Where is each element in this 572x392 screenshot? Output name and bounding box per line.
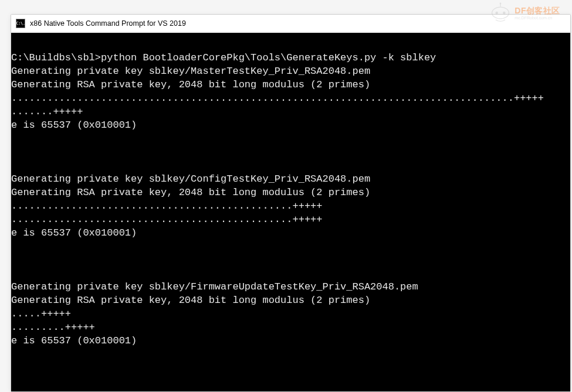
cmd-icon: C:\.	[16, 19, 25, 28]
cmd-icon-text: C:\.	[16, 21, 25, 26]
window-title: x86 Native Tools Command Prompt for VS 2…	[30, 19, 186, 28]
titlebar[interactable]: C:\. x86 Native Tools Command Prompt for…	[11, 15, 570, 32]
svg-point-1	[500, 2, 502, 4]
cmd-window: C:\. x86 Native Tools Command Prompt for…	[11, 14, 571, 392]
console-area[interactable]: C:\Buildbs\sbl>python BootloaderCorePkg\…	[11, 33, 570, 391]
watermark-main: DF创客社区	[515, 6, 560, 15]
